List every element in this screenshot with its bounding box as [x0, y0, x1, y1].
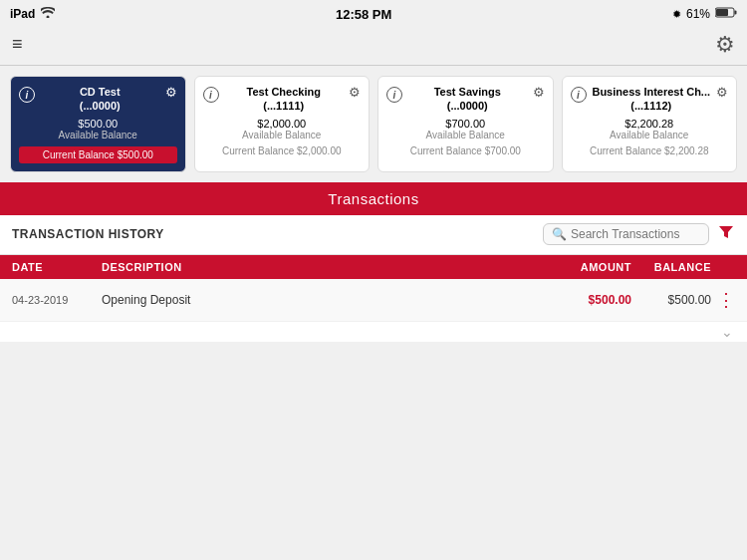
cell-balance: $500.00 [631, 293, 711, 307]
account-gear-icon[interactable]: ⚙ [349, 85, 361, 100]
col-header-balance: BALANCE [631, 261, 711, 273]
account-name: Test Savings (...0000) [402, 85, 533, 114]
table-header: DATE DESCRIPTION AMOUNT BALANCE [0, 255, 747, 279]
search-box: 🔍 [543, 223, 709, 245]
table-row: 04-23-2019 Opening Deposit $500.00 $500.… [0, 279, 747, 322]
nav-bar: ≡ ⚙ [0, 28, 747, 66]
status-left: iPad [10, 7, 55, 21]
history-bar: TRANSACTION HISTORY 🔍 [0, 215, 747, 255]
cell-date: 04-23-2019 [12, 294, 102, 306]
status-time: 12:58 PM [336, 7, 391, 22]
wifi-icon [41, 7, 55, 21]
account-current-balance: Current Balance $700.00 [386, 145, 545, 156]
cell-amount: $500.00 [552, 293, 631, 307]
account-info-icon[interactable]: i [19, 87, 35, 103]
battery-level: 61% [686, 7, 710, 21]
col-header-description: DESCRIPTION [102, 261, 552, 273]
transactions-table: 04-23-2019 Opening Deposit $500.00 $500.… [0, 279, 747, 322]
account-card-cd-test[interactable]: i CD Test (...0000) ⚙ $500.00 Available … [10, 76, 186, 172]
battery-icon [715, 7, 737, 21]
account-info-icon[interactable]: i [203, 87, 219, 103]
device-label: iPad [10, 7, 35, 21]
svg-rect-2 [716, 9, 728, 16]
account-avail-label: Available Balance [19, 130, 177, 140]
account-name: CD Test (...0000) [35, 85, 165, 114]
account-gear-icon[interactable]: ⚙ [165, 85, 177, 100]
col-header-amount: AMOUNT [552, 261, 631, 273]
search-area: 🔍 [543, 223, 735, 246]
account-balance: $2,000.00 [203, 118, 362, 130]
settings-gear-icon[interactable]: ⚙ [715, 32, 735, 58]
account-name: Test Checking (...1111) [219, 85, 350, 114]
cell-description: Opening Deposit [102, 293, 552, 307]
transactions-section-header: Transactions [0, 182, 747, 215]
account-balance: $2,200.28 [571, 118, 729, 130]
bluetooth-icon: ✹ [672, 8, 681, 21]
account-card-test-checking[interactable]: i Test Checking (...1111) ⚙ $2,000.00 Av… [194, 76, 371, 172]
status-bar: iPad 12:58 PM ✹ 61% [0, 0, 747, 28]
account-info-icon[interactable]: i [571, 87, 587, 103]
transaction-history-title: TRANSACTION HISTORY [12, 227, 164, 241]
scroll-indicator: ⌄ [0, 322, 747, 342]
hamburger-menu-icon[interactable]: ≡ [12, 34, 23, 55]
accounts-row: i CD Test (...0000) ⚙ $500.00 Available … [0, 66, 747, 182]
account-current-balance: Current Balance $2,000.00 [203, 145, 362, 156]
account-avail-label: Available Balance [386, 130, 545, 140]
search-icon: 🔍 [552, 227, 567, 241]
account-gear-icon[interactable]: ⚙ [533, 85, 545, 100]
account-card-test-savings[interactable]: i Test Savings (...0000) ⚙ $700.00 Avail… [377, 76, 554, 172]
account-name: Business Interest Ch... (...1112) [587, 85, 717, 114]
col-header-date: DATE [12, 261, 102, 273]
account-info-icon[interactable]: i [386, 87, 402, 103]
account-gear-icon[interactable]: ⚙ [716, 85, 728, 100]
status-right: ✹ 61% [672, 7, 737, 21]
account-avail-label: Available Balance [203, 130, 362, 140]
search-input[interactable] [571, 227, 700, 241]
account-current-balance: Current Balance $2,200.28 [571, 145, 729, 156]
row-actions[interactable]: ⋮ [711, 289, 735, 311]
account-balance: $700.00 [386, 118, 545, 130]
account-card-business-interest[interactable]: i Business Interest Ch... (...1112) ⚙ $2… [562, 76, 738, 172]
filter-icon[interactable] [717, 223, 735, 246]
three-dots-icon[interactable]: ⋮ [717, 289, 735, 311]
account-avail-label: Available Balance [571, 130, 729, 140]
svg-rect-1 [735, 11, 737, 15]
account-balance: $500.00 [19, 118, 177, 130]
chevron-down-icon: ⌄ [721, 324, 733, 340]
account-current-balance: Current Balance $500.00 [19, 146, 177, 163]
